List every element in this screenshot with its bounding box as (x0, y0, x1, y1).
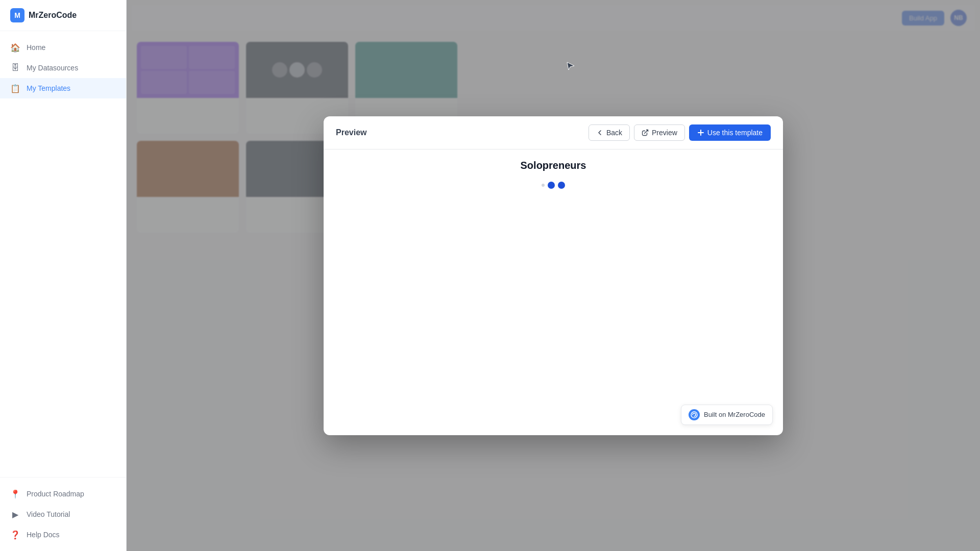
sidebar-item-templates[interactable]: 📋 My Templates (0, 78, 126, 98)
help-icon: ❓ (10, 530, 20, 540)
templates-icon: 📋 (10, 83, 20, 93)
preview-title: Solopreneurs (334, 160, 773, 171)
main-content: Build App NB (127, 0, 980, 551)
modal-overlay: Preview Back Preview (127, 0, 980, 551)
back-button[interactable]: Back (589, 124, 630, 141)
sidebar-item-templates-label: My Templates (27, 84, 70, 92)
modal-header: Preview Back Preview (324, 116, 783, 149)
database-icon: 🗄 (10, 63, 20, 73)
link-icon (642, 129, 649, 136)
preview-button[interactable]: Preview (634, 124, 685, 141)
video-icon: ▶ (10, 509, 20, 519)
roadmap-icon: 📍 (10, 489, 20, 499)
arrow-left-icon (596, 129, 603, 136)
sidebar-item-datasources[interactable]: 🗄 My Datasources (0, 58, 126, 78)
plus-icon (697, 129, 704, 136)
sidebar-bottom: 📍 Product Roadmap ▶ Video Tutorial ❓ Hel… (0, 477, 126, 551)
svg-point-0 (691, 412, 697, 418)
sidebar-item-tutorial-label: Video Tutorial (27, 510, 70, 518)
dot-3 (558, 182, 565, 189)
preview-modal: Preview Back Preview (324, 116, 783, 435)
sidebar-item-roadmap-label: Product Roadmap (27, 490, 84, 498)
dot-2 (548, 182, 555, 189)
sidebar-item-roadmap[interactable]: 📍 Product Roadmap (0, 484, 126, 504)
use-template-button[interactable]: Use this template (689, 124, 771, 141)
sidebar: M MrZeroCode 🏠 Home 🗄 My Datasources 📋 M… (0, 0, 127, 551)
sidebar-item-help[interactable]: ❓ Help Docs (0, 524, 126, 545)
sidebar-logo[interactable]: M MrZeroCode (0, 0, 126, 31)
sidebar-nav: 🏠 Home 🗄 My Datasources 📋 My Templates (0, 31, 126, 477)
modal-title: Preview (336, 128, 366, 137)
built-on-badge: Built on MrZeroCode (681, 405, 773, 425)
built-on-text: Built on MrZeroCode (704, 411, 765, 418)
modal-actions: Back Preview Use this temp (589, 124, 771, 141)
logo-icon: M (10, 8, 24, 22)
home-icon: 🏠 (10, 42, 20, 53)
loading-dots (334, 182, 773, 189)
sidebar-item-datasources-label: My Datasources (27, 64, 78, 72)
sidebar-item-help-label: Help Docs (27, 531, 60, 539)
logo-text: MrZeroCode (29, 11, 77, 20)
dot-1 (542, 184, 545, 187)
sidebar-item-home[interactable]: 🏠 Home (0, 37, 126, 58)
sidebar-item-tutorial[interactable]: ▶ Video Tutorial (0, 504, 126, 524)
modal-body: Solopreneurs (324, 149, 783, 435)
mouse-cursor (566, 61, 576, 71)
mrzerocode-badge-icon (689, 409, 700, 420)
sidebar-item-home-label: Home (27, 43, 45, 52)
